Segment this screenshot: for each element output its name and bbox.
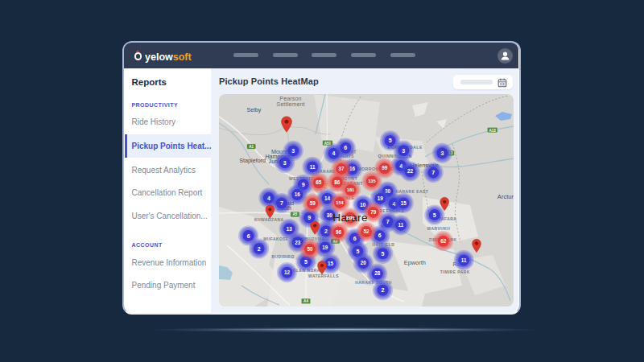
svg-text:MABVUKU: MABVUKU — [427, 227, 451, 231]
svg-text:4: 4 — [267, 195, 270, 201]
svg-text:154: 154 — [336, 200, 344, 205]
svg-text:96: 96 — [336, 229, 342, 235]
svg-text:A1: A1 — [249, 145, 254, 149]
svg-text:1571: 1571 — [346, 216, 355, 220]
svg-text:2: 2 — [382, 287, 385, 293]
svg-text:2: 2 — [258, 246, 261, 252]
svg-text:11: 11 — [398, 222, 404, 228]
svg-text:Settlement: Settlement — [276, 101, 304, 108]
svg-text:7: 7 — [386, 219, 390, 224]
svg-text:3: 3 — [440, 150, 444, 156]
svg-text:5: 5 — [382, 251, 385, 257]
svg-text:23: 23 — [295, 240, 301, 245]
svg-text:2: 2 — [324, 228, 328, 234]
svg-text:Stapleford: Stapleford — [239, 157, 266, 164]
svg-text:WATERFALLS: WATERFALLS — [308, 274, 339, 278]
svg-text:A5: A5 — [292, 212, 297, 216]
svg-text:6: 6 — [247, 233, 250, 239]
svg-text:Epworth: Epworth — [404, 259, 426, 266]
svg-text:A13: A13 — [489, 129, 496, 133]
svg-text:14: 14 — [324, 195, 331, 201]
svg-text:6: 6 — [353, 236, 357, 241]
svg-text:52: 52 — [363, 228, 369, 234]
svg-text:9: 9 — [308, 215, 311, 220]
svg-text:181: 181 — [347, 187, 354, 192]
svg-text:5: 5 — [389, 138, 392, 143]
svg-text:15: 15 — [401, 200, 407, 206]
svg-text:15: 15 — [328, 261, 334, 266]
svg-text:12: 12 — [284, 269, 291, 275]
svg-text:13: 13 — [287, 226, 293, 232]
svg-text:65: 65 — [316, 179, 322, 185]
svg-text:11: 11 — [461, 257, 467, 263]
svg-text:5: 5 — [304, 259, 308, 265]
svg-text:HARARE EAST: HARARE EAST — [395, 190, 428, 194]
svg-text:5: 5 — [433, 212, 436, 218]
svg-text:22: 22 — [407, 168, 414, 174]
svg-text:50: 50 — [307, 246, 313, 252]
svg-text:11: 11 — [310, 164, 316, 170]
svg-text:BUDIRIRO: BUDIRIRO — [272, 255, 295, 259]
svg-text:6: 6 — [378, 232, 382, 238]
svg-text:Selby: Selby — [246, 106, 261, 113]
svg-text:28: 28 — [374, 270, 381, 276]
svg-text:79: 79 — [370, 209, 377, 215]
svg-text:30: 30 — [327, 212, 333, 218]
svg-text:5: 5 — [356, 249, 359, 254]
svg-text:20: 20 — [361, 260, 367, 265]
svg-text:59: 59 — [310, 200, 316, 206]
svg-text:62: 62 — [440, 238, 447, 244]
svg-text:19: 19 — [322, 245, 328, 250]
svg-text:4: 4 — [332, 150, 335, 156]
svg-text:3: 3 — [402, 148, 405, 154]
svg-text:KUWADZANA: KUWADZANA — [254, 218, 284, 222]
svg-text:3: 3 — [283, 160, 287, 166]
svg-text:135: 135 — [368, 179, 375, 183]
svg-text:19: 19 — [378, 195, 384, 201]
svg-text:Arcturus: Arcturus — [497, 193, 514, 200]
svg-text:6: 6 — [344, 145, 347, 150]
svg-text:3: 3 — [291, 148, 295, 154]
svg-text:A4: A4 — [303, 299, 308, 303]
svg-text:99: 99 — [382, 165, 388, 171]
svg-text:16: 16 — [295, 191, 301, 197]
svg-text:TIMIRE PARK: TIMIRE PARK — [440, 270, 470, 274]
svg-text:86: 86 — [334, 179, 341, 185]
svg-text:7: 7 — [431, 170, 435, 175]
svg-text:7: 7 — [280, 200, 283, 206]
svg-text:37: 37 — [338, 166, 345, 171]
